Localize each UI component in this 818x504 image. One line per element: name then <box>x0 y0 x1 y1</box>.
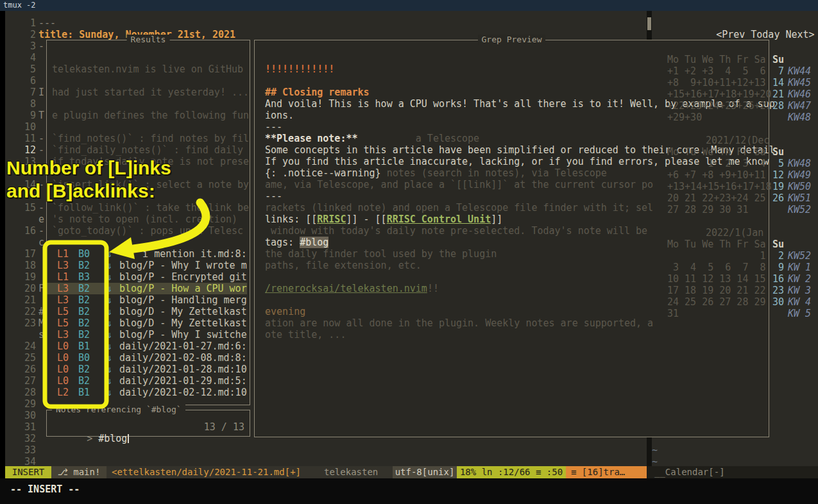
calendar-week-days[interactable]: 24 25 26 27 28 29 <box>667 296 766 308</box>
result-label: blog/P - Handling merg <box>119 294 247 306</box>
result-row[interactable]: L2B1⇓daily/2021-02-12.md:10 <box>47 387 247 398</box>
calendar-sunday-day[interactable]: 19 <box>772 181 784 192</box>
calendar-week-days[interactable]: +29+30 <box>667 112 702 123</box>
gutter-line-number: 11 <box>18 133 36 144</box>
down-arrow-icon: ⇓ <box>107 329 112 340</box>
calendar-week-days[interactable]: +13+14+15+16+17+18 <box>667 181 772 192</box>
gutter-line-number: 23 <box>18 317 36 329</box>
calendar-week-days[interactable]: 1 2 3 4 <box>667 158 766 169</box>
calendar-next-button[interactable]: Next> <box>785 29 814 40</box>
backlinks-count-badge: B0 <box>78 352 90 364</box>
calendar-sunday-day[interactable]: 26 <box>772 192 784 204</box>
calendar-week-days[interactable]: 10 11 12 13 14 15 <box>667 273 766 285</box>
result-row[interactable]: L1B3⇓blog/P - Encrypted git <box>47 271 247 283</box>
result-label: blog/D - My Zettelkast <box>119 306 247 317</box>
git-branch-segment: ⎇ main! <box>51 466 107 478</box>
calendar-sunday-day[interactable]: 5 <box>772 158 784 169</box>
preview-line: ions. <box>265 110 294 121</box>
tmux-title: tmux -2 <box>3 1 36 10</box>
calendar-sunday-day[interactable]: 30 <box>772 296 784 308</box>
note-link[interactable]: /renerocksai/telekasten.nvim <box>265 283 427 294</box>
calendar-week-days[interactable]: +15+16+17+18+19+20 <box>667 88 772 100</box>
calendar-sunday-day[interactable]: 12 <box>772 169 784 181</box>
scrollbar-thumb[interactable] <box>647 17 651 30</box>
gutter-line-number: 12 <box>18 144 36 156</box>
preview-line: ation are now all done in the plugin. We… <box>265 317 653 329</box>
result-row[interactable]: L3B2⇓blog/P - Why I wrote m <box>47 260 247 271</box>
occluded-buffer-text: `find_notes()` : find notes by fil <box>52 133 249 144</box>
calendar-week-days[interactable]: 20 21 22+23+24 25 <box>667 192 766 204</box>
preview-line: rackets (linked note) and open a Telesco… <box>265 202 653 214</box>
calendar-sunday-day[interactable]: 7 <box>772 65 784 77</box>
statusline: INSERT ⎇ main! <ettelkasten/daily/2021-1… <box>5 466 647 478</box>
tmux-title-bar: tmux -2 <box>0 0 818 11</box>
links-count-badge: L0 <box>57 340 69 352</box>
calendar-sunday-day[interactable]: 9 <box>772 262 784 273</box>
filename-segment: <ettelkasten/daily/2021-11-21.md[+] <box>112 466 301 478</box>
prompt-prefix: > <box>87 433 98 444</box>
calendar-sunday-day[interactable]: 28 <box>772 100 784 112</box>
calendar-sunday-day[interactable]: 21 <box>772 88 784 100</box>
result-row[interactable]: L0B1⇓daily/2021-01-27.md:6: <box>47 340 247 352</box>
calendar-week-days[interactable]: +6 +7 +8 +9+10+11 <box>667 169 766 181</box>
links-count-badge: L0 <box>57 352 69 364</box>
calendar-statusline: __Calendar[-] <box>647 466 818 478</box>
result-row[interactable]: L0B0⇓daily/2021-02-08.md:8: <box>47 352 247 364</box>
preview-text: ation are now all done in the plugin. We… <box>265 317 653 329</box>
links-count-badge: L0 <box>57 375 69 387</box>
calendar-week-days[interactable]: 17 18 19 20 21 22 <box>667 285 766 296</box>
result-row[interactable]: L1B0⇓ i mention it.md:8: <box>47 248 247 260</box>
links-count-badge: L3 <box>57 329 69 340</box>
result-label: blog/P - How a CPU wor <box>119 283 247 294</box>
gutter-line-number: 32 <box>18 433 36 444</box>
backlinks-count-badge: B1 <box>78 387 90 398</box>
search-prompt-title: Notes referencing `#blog` <box>52 405 185 415</box>
calendar-week-days[interactable]: 3 4 5 6 7 8 <box>667 262 766 273</box>
result-row[interactable]: L3B2⇓blog/P - Why I switche <box>47 329 247 340</box>
gutter-line-number: 20 <box>18 283 36 294</box>
result-label: daily/2021-01-27.md:6: <box>119 340 247 352</box>
calendar-today-button[interactable]: Today <box>751 29 780 40</box>
calendar-week-days[interactable]: +1 +2 +3 4 5 6 <box>667 65 766 77</box>
calendar-week-days[interactable]: 1 <box>667 250 766 262</box>
preview-text: notes (search in notes), via Telescope <box>381 167 607 179</box>
preview-line: ## Closing remarks <box>265 87 370 98</box>
gutter-line-number: 19 <box>18 271 36 283</box>
result-row[interactable]: L3B2⇓blog/P - How a CPU wor <box>47 283 247 294</box>
note-link[interactable]: RRISC Control Unit <box>387 214 491 225</box>
result-row[interactable]: L5B2⇓blog/D - My Zettelkast <box>47 317 247 329</box>
calendar-week-days[interactable]: +8 9+10+11+12+13 <box>667 77 766 88</box>
search-input[interactable]: > #blog <box>52 421 129 456</box>
preview-text: ame, via Telescope, and place a `[[link]… <box>265 179 653 190</box>
gutter-line-number: 31 <box>18 421 36 433</box>
calendar-prev-button[interactable]: <Prev <box>716 29 745 40</box>
links-count-badge: L3 <box>57 260 69 271</box>
preview-text: --- <box>265 190 282 202</box>
insert-mode-message: -- INSERT -- <box>10 483 80 495</box>
grep-preview-title: Grep Preview <box>478 35 546 45</box>
down-arrow-icon: ⇓ <box>107 375 112 387</box>
calendar-sunday-day[interactable]: 14 <box>772 77 784 88</box>
result-row[interactable]: L3B2⇓blog/P - Handling merg <box>47 294 247 306</box>
calendar-week-days[interactable]: 27 28 29 30 31 <box>667 204 748 215</box>
note-link[interactable]: RRISC <box>317 214 346 225</box>
result-row[interactable]: L0B2⇓daily/2021-01-28.md:10 <box>47 364 247 375</box>
down-arrow-icon: ⇓ <box>107 271 112 283</box>
backlinks-count-badge: B2 <box>78 283 90 294</box>
gutter-line-number: 6 <box>18 75 36 87</box>
calendar-week-days[interactable]: +22+23+24+25+26+27 <box>667 100 772 112</box>
result-row[interactable]: L0B2⇓daily/2021-01-29.md:5: <box>47 375 247 387</box>
calendar-sunday-day[interactable]: 16 <box>772 273 784 285</box>
down-arrow-icon: ⇓ <box>107 352 112 364</box>
tag-highlight: #blog <box>300 237 328 248</box>
calendar-week-days[interactable]: 31 <box>667 308 679 319</box>
calendar-sunday-day[interactable]: 23 <box>772 285 784 296</box>
search-prompt-window[interactable]: Notes referencing `#blog` > #blog 13 / 1… <box>46 410 250 437</box>
calendar-sunday-day[interactable]: 2 <box>772 250 784 262</box>
gutter-line-number: 3 <box>18 40 36 52</box>
result-row[interactable]: L5B2⇓blog/D - My Zettelkast <box>47 306 247 317</box>
buffer-text: s <box>38 329 44 340</box>
preview-text: ]] - [[ <box>346 214 386 225</box>
preview-text: ]] <box>491 214 502 225</box>
loclist-segment: ≡ [16]tra… <box>566 466 647 478</box>
